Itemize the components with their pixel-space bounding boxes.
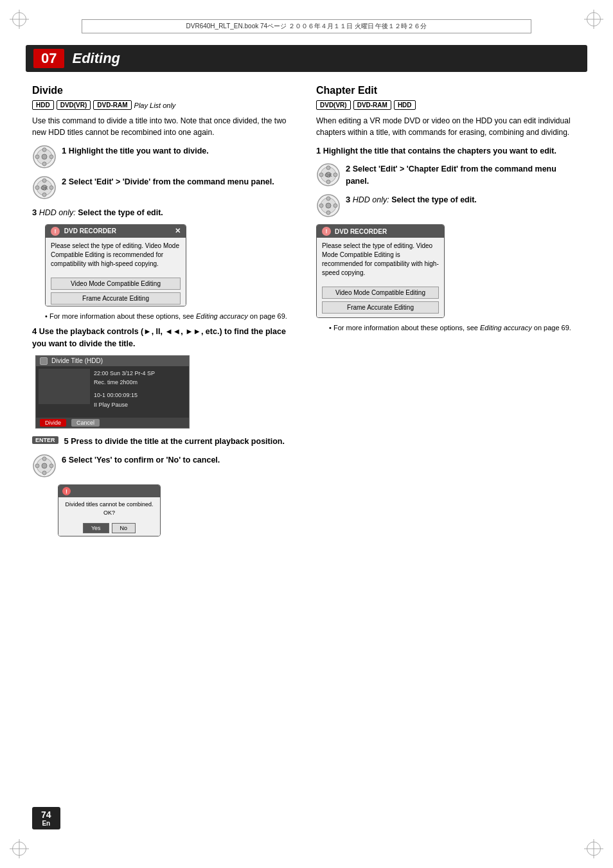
svg-point-33	[326, 211, 330, 215]
divide-step6: 6 Select 'Yes' to confirm or 'No' to can…	[32, 454, 297, 478]
badge-dvd-vr-right: DVD(VR)	[316, 100, 351, 110]
reg-mark-bl	[10, 839, 29, 858]
screen-btn-divide[interactable]: Divide	[40, 419, 66, 427]
dvd-dialog-left: ! DVD RECORDER ✕ Please select the type …	[45, 224, 186, 306]
dialog-btn-video-mode-right[interactable]: Video Mode Compatible Editing	[322, 287, 439, 299]
chapter-header: 07 Editing	[26, 45, 587, 72]
badge-dvd-ram-right: DVD-RAM	[353, 100, 391, 110]
warn-icon-right: !	[322, 227, 331, 236]
dialog-title-text-left: DVD RECORDER	[64, 227, 116, 235]
svg-point-2	[42, 148, 46, 152]
chapter-step2: OK 2 Select 'Edit' > 'Chapter Edit' from…	[316, 163, 581, 188]
chapter-title: Editing	[72, 50, 120, 67]
screen-btn-cancel[interactable]: Cancel	[71, 419, 100, 427]
svg-point-12	[49, 186, 53, 190]
svg-point-26	[319, 173, 323, 177]
page-lang: En	[41, 820, 51, 827]
badge-hdd-right: HDD	[394, 100, 416, 110]
chapter-step1: 1 Highlight the title that contains the …	[316, 145, 581, 157]
chapter-edit-intro: When editing a VR mode DVD or video on t…	[316, 115, 581, 138]
divide-step1: 1 Highlight the title you want to divide…	[32, 145, 297, 169]
svg-point-18	[42, 471, 46, 475]
svg-point-10	[42, 193, 46, 197]
svg-point-4	[35, 155, 39, 159]
divide-step4: 4 Use the playback controls (►, II, ◄◄, …	[32, 325, 297, 350]
confirm-title-bar: !	[58, 485, 160, 497]
confirm-dialog: ! Divided titles cannot be combined. OK?…	[58, 484, 161, 536]
screen-title-text: Divide Title (HDD)	[51, 357, 103, 364]
step3-right-remote-icon	[316, 193, 341, 218]
badge-hdd: HDD	[32, 100, 54, 110]
divide-section-title: Divide	[32, 85, 297, 96]
chapter-number: 07	[33, 49, 64, 68]
dialog-title-bar-left: ! DVD RECORDER ✕	[46, 225, 186, 238]
screen-controls: Divide Cancel	[36, 418, 189, 428]
svg-point-5	[49, 155, 53, 159]
divide-bullet-note: For more information about these options…	[45, 312, 297, 321]
dvd-dialog-title-text-right: DVD RECORDER	[335, 228, 387, 235]
badge-playlist: Play List only	[134, 102, 176, 109]
svg-point-6	[42, 154, 47, 159]
svg-point-34	[319, 204, 323, 208]
page-number-badge: 74 En	[32, 807, 60, 829]
svg-point-32	[326, 197, 330, 200]
svg-text:OK: OK	[40, 185, 48, 191]
svg-point-20	[49, 464, 53, 468]
chapter-edit-bullet-note: For more information about these options…	[329, 323, 581, 333]
svg-point-25	[326, 180, 330, 184]
divide-step3-text: 3 HDD only: Select the type of edit.	[32, 206, 297, 219]
step6-text: 6 Select 'Yes' to confirm or 'No' to can…	[62, 454, 297, 466]
content-columns: Divide HDD DVD(VR) DVD-RAM Play List onl…	[26, 85, 587, 542]
warn-icon-left: !	[51, 227, 60, 236]
chapter-edit-title: Chapter Edit	[316, 85, 581, 96]
file-info: DVR640H_RLT_EN.book 74ページ ２００６年４月１１日 火曜日…	[82, 19, 531, 33]
step5-text: 5 Press to divide the title at the curre…	[64, 435, 297, 448]
badge-dvd-vr: DVD(VR)	[57, 100, 91, 110]
step1-text: 1 Highlight the title you want to divide…	[62, 145, 297, 157]
divide-step5: ENTER 5 Press to divide the title at the…	[32, 435, 297, 448]
badge-dvd-ram: DVD-RAM	[93, 100, 131, 110]
step6-remote-icon	[32, 454, 57, 478]
page: DVR640H_RLT_EN.book 74ページ ２００６年４月１１日 火曜日…	[0, 0, 613, 868]
chapter-step2-text: 2 Select 'Edit' > 'Chapter Edit' from th…	[346, 163, 581, 188]
step2-remote-icon: OK	[32, 175, 57, 200]
reg-mark-tl	[10, 10, 29, 29]
screen-title-icon	[40, 357, 48, 365]
svg-text:OK: OK	[324, 172, 332, 178]
confirm-warn-icon: !	[62, 487, 71, 495]
dvd-dialog-title-bar-right: ! DVD RECORDER	[317, 225, 444, 238]
chapter-edit-badges: DVD(VR) DVD-RAM HDD	[316, 100, 581, 110]
enter-badge: ENTER	[32, 436, 58, 444]
confirm-no-button[interactable]: No	[112, 523, 136, 533]
confirm-buttons: Yes No	[58, 520, 160, 536]
dialog-btn-frame-accurate-left[interactable]: Frame Accurate Editing	[51, 292, 181, 305]
reg-mark-tr	[584, 10, 603, 29]
dialog-btn-frame-accurate-right[interactable]: Frame Accurate Editing	[322, 301, 439, 314]
reg-mark-br	[584, 839, 603, 858]
svg-point-35	[333, 204, 337, 208]
chapter-step3-text: 3 HDD only: Select the type of edit.	[346, 193, 581, 206]
divide-intro-text: Use this command to divide a title into …	[32, 115, 297, 138]
svg-point-17	[42, 457, 46, 461]
screen-preview: Divide Title (HDD) 22:00 Sun 3/12 Pr-4 S…	[35, 355, 190, 429]
divide-format-badges: HDD DVD(VR) DVD-RAM Play List only	[32, 100, 297, 110]
step5-enter-badge-wrap: ENTER	[32, 435, 60, 445]
step1-remote-icon	[32, 145, 57, 169]
svg-point-21	[42, 463, 47, 468]
svg-point-9	[42, 179, 46, 182]
divide-step2: OK 2 Select 'Edit' > 'Divide' from the c…	[32, 175, 297, 200]
page-number: 74	[41, 810, 51, 820]
chapter-step3: 3 HDD only: Select the type of edit.	[316, 193, 581, 218]
confirm-yes-button[interactable]: Yes	[83, 523, 109, 533]
dvd-dialog-body-right: Please select the type of editing. Video…	[317, 238, 444, 281]
dialog-body-left: Please select the type of editing. Video…	[46, 238, 186, 272]
svg-point-3	[42, 162, 46, 166]
svg-point-24	[326, 166, 330, 170]
dialog-btn-video-mode-left[interactable]: Video Mode Compatible Editing	[51, 278, 181, 290]
right-column: Chapter Edit DVD(VR) DVD-RAM HDD When ed…	[316, 85, 581, 542]
screen-thumbnail	[39, 369, 90, 404]
dvd-dialog-right: ! DVD RECORDER Please select the type of…	[316, 224, 445, 318]
step2-right-remote-icon: OK	[316, 163, 341, 187]
screen-title-bar: Divide Title (HDD)	[36, 356, 189, 366]
screen-content: 22:00 Sun 3/12 Pr-4 SP Rec. time 2h00m 1…	[36, 366, 189, 418]
